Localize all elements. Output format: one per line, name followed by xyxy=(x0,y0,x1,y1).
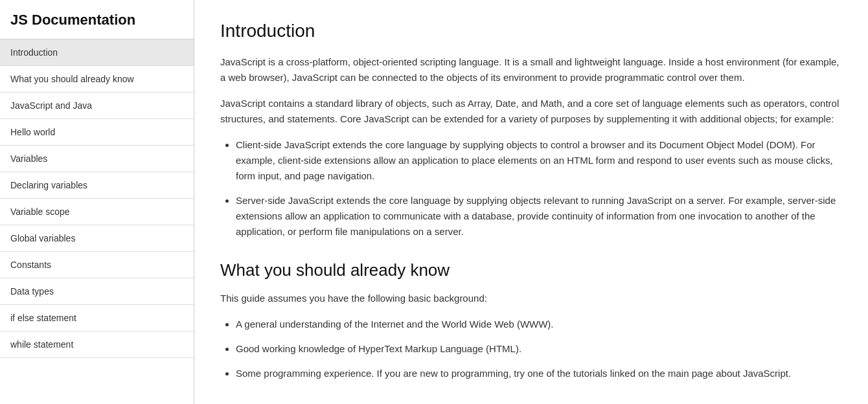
sidebar-item-10[interactable]: if else statement xyxy=(0,305,194,331)
sidebar-item-4[interactable]: Variables xyxy=(0,146,194,172)
know-bullet-1: Good working knowledge of HyperText Mark… xyxy=(236,341,842,357)
intro-bullets: Client-side JavaScript extends the core … xyxy=(236,137,842,240)
sidebar-item-8[interactable]: Constants xyxy=(0,252,194,278)
know-bullet-0: A general understanding of the Internet … xyxy=(236,317,842,332)
main-content: Introduction JavaScript is a cross-platf… xyxy=(194,0,868,404)
sidebar-item-11[interactable]: while statement xyxy=(0,331,194,358)
sidebar-item-7[interactable]: Global variables xyxy=(0,225,194,252)
intro-section: Introduction JavaScript is a cross-platf… xyxy=(220,21,842,240)
sidebar: JS Documentation IntroductionWhat you sh… xyxy=(0,0,194,404)
intro-bullet-1: Server-side JavaScript extends the core … xyxy=(236,193,842,240)
sidebar-nav: IntroductionWhat you should already know… xyxy=(0,39,194,404)
know-title: What you should already know xyxy=(220,260,842,280)
intro-para2: JavaScript contains a standard library o… xyxy=(220,96,842,127)
intro-title: Introduction xyxy=(220,21,842,41)
sidebar-item-0[interactable]: Introduction xyxy=(0,39,194,66)
intro-bullet-0: Client-side JavaScript extends the core … xyxy=(236,137,842,184)
sidebar-item-9[interactable]: Data types xyxy=(0,278,194,305)
sidebar-item-5[interactable]: Declaring variables xyxy=(0,172,194,199)
sidebar-item-6[interactable]: Variable scope xyxy=(0,199,194,225)
sidebar-item-2[interactable]: JavaScript and Java xyxy=(0,93,194,119)
intro-para1: JavaScript is a cross-platform, object-o… xyxy=(220,54,842,85)
sidebar-item-1[interactable]: What you should already know xyxy=(0,66,194,93)
sidebar-title: JS Documentation xyxy=(0,0,194,39)
know-intro: This guide assumes you have the followin… xyxy=(220,291,842,306)
know-section: What you should already know This guide … xyxy=(220,260,842,381)
sidebar-item-3[interactable]: Hello world xyxy=(0,119,194,146)
know-bullet-2: Some programming experience. If you are … xyxy=(236,366,842,381)
know-bullets: A general understanding of the Internet … xyxy=(236,317,842,381)
